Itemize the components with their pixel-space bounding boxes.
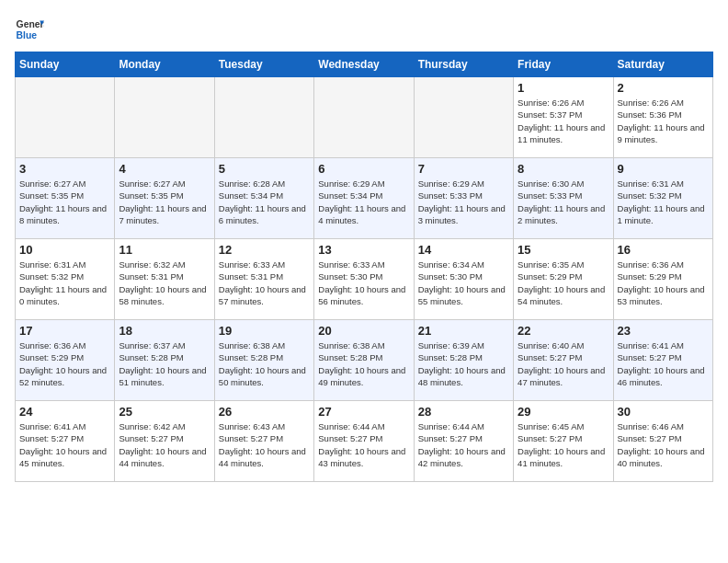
weekday-header-saturday: Saturday [613, 52, 712, 77]
calendar-row-4: 17Sunrise: 6:36 AMSunset: 5:29 PMDayligh… [16, 320, 713, 401]
day-info: Sunrise: 6:35 AMSunset: 5:29 PMDaylight:… [518, 259, 609, 307]
day-info: Sunrise: 6:32 AMSunset: 5:31 PMDaylight:… [119, 259, 210, 307]
calendar-cell: 6Sunrise: 6:29 AMSunset: 5:34 PMDaylight… [314, 158, 414, 239]
calendar-cell: 5Sunrise: 6:28 AMSunset: 5:34 PMDaylight… [214, 158, 313, 239]
day-info: Sunrise: 6:33 AMSunset: 5:30 PMDaylight:… [318, 259, 409, 307]
day-info: Sunrise: 6:28 AMSunset: 5:34 PMDaylight:… [219, 178, 310, 226]
day-number: 16 [618, 243, 709, 257]
day-info: Sunrise: 6:36 AMSunset: 5:29 PMDaylight:… [19, 339, 110, 388]
calendar-cell: 28Sunrise: 6:44 AMSunset: 5:27 PMDayligh… [414, 401, 513, 482]
day-info: Sunrise: 6:41 AMSunset: 5:27 PMDaylight:… [19, 420, 110, 469]
day-number: 5 [219, 162, 310, 176]
day-number: 20 [318, 324, 409, 338]
day-info: Sunrise: 6:33 AMSunset: 5:31 PMDaylight:… [219, 259, 310, 307]
calendar-cell: 27Sunrise: 6:44 AMSunset: 5:27 PMDayligh… [314, 401, 414, 482]
day-number: 21 [418, 324, 509, 338]
svg-text:Blue: Blue [17, 30, 38, 40]
day-number: 2 [618, 81, 709, 95]
day-info: Sunrise: 6:27 AMSunset: 5:35 PMDaylight:… [119, 178, 210, 226]
weekday-header-sunday: Sunday [16, 52, 115, 77]
calendar-cell: 22Sunrise: 6:40 AMSunset: 5:27 PMDayligh… [514, 320, 613, 401]
day-number: 24 [19, 405, 110, 419]
calendar-cell: 20Sunrise: 6:38 AMSunset: 5:28 PMDayligh… [314, 320, 414, 401]
day-info: Sunrise: 6:42 AMSunset: 5:27 PMDaylight:… [119, 420, 210, 469]
day-info: Sunrise: 6:43 AMSunset: 5:27 PMDaylight:… [219, 420, 310, 469]
calendar-row-2: 3Sunrise: 6:27 AMSunset: 5:35 PMDaylight… [16, 158, 713, 239]
calendar-cell: 19Sunrise: 6:38 AMSunset: 5:28 PMDayligh… [214, 320, 313, 401]
day-number: 4 [119, 162, 210, 176]
day-number: 1 [518, 81, 609, 95]
day-number: 23 [618, 324, 709, 338]
calendar-cell: 18Sunrise: 6:37 AMSunset: 5:28 PMDayligh… [115, 320, 214, 401]
calendar-cell: 4Sunrise: 6:27 AMSunset: 5:35 PMDaylight… [115, 158, 214, 239]
calendar-cell: 3Sunrise: 6:27 AMSunset: 5:35 PMDaylight… [16, 158, 115, 239]
day-info: Sunrise: 6:40 AMSunset: 5:27 PMDaylight:… [518, 339, 609, 388]
calendar-cell: 25Sunrise: 6:42 AMSunset: 5:27 PMDayligh… [115, 401, 214, 482]
day-number: 17 [19, 324, 110, 338]
calendar-cell: 26Sunrise: 6:43 AMSunset: 5:27 PMDayligh… [214, 401, 313, 482]
page-header: General Blue [15, 15, 713, 44]
weekday-header-wednesday: Wednesday [314, 52, 414, 77]
day-info: Sunrise: 6:29 AMSunset: 5:34 PMDaylight:… [318, 178, 409, 226]
day-info: Sunrise: 6:26 AMSunset: 5:36 PMDaylight:… [618, 97, 709, 145]
day-info: Sunrise: 6:31 AMSunset: 5:32 PMDaylight:… [618, 178, 709, 226]
day-number: 6 [318, 162, 409, 176]
day-info: Sunrise: 6:34 AMSunset: 5:30 PMDaylight:… [418, 259, 509, 307]
day-info: Sunrise: 6:41 AMSunset: 5:27 PMDaylight:… [618, 339, 709, 388]
weekday-header-row: SundayMondayTuesdayWednesdayThursdayFrid… [16, 52, 713, 77]
calendar-cell: 1Sunrise: 6:26 AMSunset: 5:37 PMDaylight… [514, 77, 613, 158]
day-info: Sunrise: 6:38 AMSunset: 5:28 PMDaylight:… [219, 339, 310, 388]
calendar-row-1: 1Sunrise: 6:26 AMSunset: 5:37 PMDaylight… [16, 77, 713, 158]
calendar-cell [214, 77, 313, 158]
logo: General Blue [15, 15, 44, 44]
calendar-cell: 7Sunrise: 6:29 AMSunset: 5:33 PMDaylight… [414, 158, 513, 239]
calendar-cell: 23Sunrise: 6:41 AMSunset: 5:27 PMDayligh… [613, 320, 712, 401]
day-info: Sunrise: 6:29 AMSunset: 5:33 PMDaylight:… [418, 178, 509, 226]
day-info: Sunrise: 6:26 AMSunset: 5:37 PMDaylight:… [518, 97, 609, 145]
calendar-cell: 21Sunrise: 6:39 AMSunset: 5:28 PMDayligh… [414, 320, 513, 401]
day-number: 11 [119, 243, 210, 257]
logo-icon: General Blue [15, 15, 44, 44]
day-info: Sunrise: 6:44 AMSunset: 5:27 PMDaylight:… [418, 420, 509, 469]
day-number: 14 [418, 243, 509, 257]
day-info: Sunrise: 6:31 AMSunset: 5:32 PMDaylight:… [19, 259, 110, 307]
calendar-cell: 30Sunrise: 6:46 AMSunset: 5:27 PMDayligh… [613, 401, 712, 482]
day-number: 25 [119, 405, 210, 419]
calendar-cell [16, 77, 115, 158]
day-number: 9 [618, 162, 709, 176]
weekday-header-monday: Monday [115, 52, 214, 77]
day-info: Sunrise: 6:36 AMSunset: 5:29 PMDaylight:… [618, 259, 709, 307]
day-number: 30 [618, 405, 709, 419]
day-info: Sunrise: 6:46 AMSunset: 5:27 PMDaylight:… [618, 420, 709, 469]
calendar-cell [314, 77, 414, 158]
calendar-row-5: 24Sunrise: 6:41 AMSunset: 5:27 PMDayligh… [16, 401, 713, 482]
calendar-cell: 29Sunrise: 6:45 AMSunset: 5:27 PMDayligh… [514, 401, 613, 482]
weekday-header-friday: Friday [514, 52, 613, 77]
calendar-cell: 10Sunrise: 6:31 AMSunset: 5:32 PMDayligh… [16, 239, 115, 320]
calendar-cell: 8Sunrise: 6:30 AMSunset: 5:33 PMDaylight… [514, 158, 613, 239]
calendar-cell: 13Sunrise: 6:33 AMSunset: 5:30 PMDayligh… [314, 239, 414, 320]
calendar-cell: 17Sunrise: 6:36 AMSunset: 5:29 PMDayligh… [16, 320, 115, 401]
calendar-cell [115, 77, 214, 158]
calendar-cell: 9Sunrise: 6:31 AMSunset: 5:32 PMDaylight… [613, 158, 712, 239]
calendar-cell: 2Sunrise: 6:26 AMSunset: 5:36 PMDaylight… [613, 77, 712, 158]
day-number: 7 [418, 162, 509, 176]
calendar-cell: 11Sunrise: 6:32 AMSunset: 5:31 PMDayligh… [115, 239, 214, 320]
weekday-header-tuesday: Tuesday [214, 52, 313, 77]
day-info: Sunrise: 6:38 AMSunset: 5:28 PMDaylight:… [318, 339, 409, 388]
weekday-header-thursday: Thursday [414, 52, 513, 77]
day-number: 15 [518, 243, 609, 257]
day-number: 12 [219, 243, 310, 257]
calendar-table: SundayMondayTuesdayWednesdayThursdayFrid… [15, 52, 713, 482]
day-info: Sunrise: 6:45 AMSunset: 5:27 PMDaylight:… [518, 420, 609, 469]
day-number: 19 [219, 324, 310, 338]
day-info: Sunrise: 6:30 AMSunset: 5:33 PMDaylight:… [518, 178, 609, 226]
calendar-cell: 16Sunrise: 6:36 AMSunset: 5:29 PMDayligh… [613, 239, 712, 320]
svg-text:General: General [17, 19, 44, 29]
calendar-cell: 14Sunrise: 6:34 AMSunset: 5:30 PMDayligh… [414, 239, 513, 320]
day-info: Sunrise: 6:37 AMSunset: 5:28 PMDaylight:… [119, 339, 210, 388]
day-info: Sunrise: 6:44 AMSunset: 5:27 PMDaylight:… [318, 420, 409, 469]
day-number: 29 [518, 405, 609, 419]
day-number: 27 [318, 405, 409, 419]
day-number: 10 [19, 243, 110, 257]
